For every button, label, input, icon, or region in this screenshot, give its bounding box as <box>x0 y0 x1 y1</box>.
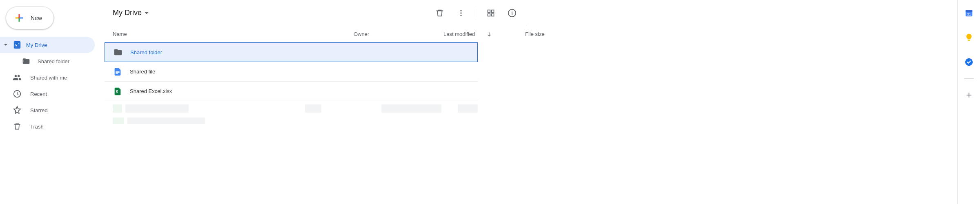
chevron-down-icon <box>144 11 149 16</box>
sidebar-item-label: Shared folder <box>38 58 69 64</box>
svg-rect-12 <box>116 71 119 71</box>
tasks-app-button[interactable] <box>961 54 977 70</box>
loading-placeholder-row <box>105 116 478 126</box>
sort-arrow-down-icon <box>486 31 492 37</box>
shared-folder-icon <box>21 56 31 66</box>
svg-rect-13 <box>116 72 119 72</box>
new-button[interactable]: New <box>6 7 54 29</box>
svg-rect-14 <box>116 73 118 73</box>
svg-point-4 <box>460 15 461 16</box>
svg-point-11 <box>512 11 512 11</box>
people-icon <box>12 73 22 82</box>
separator <box>964 78 974 79</box>
sidebar-item-shared-folder[interactable]: Shared folder <box>0 53 95 69</box>
more-vert-icon <box>457 9 465 17</box>
remove-button[interactable] <box>432 5 448 21</box>
breadcrumb[interactable]: My Drive <box>111 7 151 19</box>
sidebar-item-my-drive[interactable]: My Drive <box>0 37 95 53</box>
sidebar-item-trash[interactable]: Trash <box>0 118 95 135</box>
svg-point-3 <box>460 12 461 13</box>
sidebar-item-shared-with-me[interactable]: Shared with me <box>0 69 95 86</box>
drive-icon <box>12 40 22 50</box>
table-row[interactable]: Shared Excel.xlsx <box>105 82 478 101</box>
keep-app-button[interactable] <box>961 29 977 46</box>
main-content: My Drive <box>105 0 531 204</box>
svg-rect-5 <box>488 10 490 12</box>
file-name: Shared folder <box>130 49 162 55</box>
sidebar-item-label: Trash <box>30 124 44 130</box>
nav-list: My Drive Shared folder Shared with me Re… <box>0 37 105 135</box>
file-list: Shared folder Shared file Shared Excel.x… <box>105 42 478 101</box>
sidebar-item-label: Recent <box>30 91 47 97</box>
separator <box>476 8 476 18</box>
svg-point-2 <box>460 10 461 11</box>
side-panel: 31 <box>957 0 980 204</box>
grid-view-button[interactable] <box>483 5 499 21</box>
svg-rect-6 <box>492 10 494 12</box>
trash-icon <box>435 9 444 18</box>
view-details-button[interactable] <box>504 5 520 21</box>
sidebar-item-label: My Drive <box>26 42 47 48</box>
column-header-owner[interactable]: Owner <box>354 31 443 37</box>
table-row[interactable]: Shared file <box>105 62 478 82</box>
clock-icon <box>12 89 22 99</box>
svg-text:31: 31 <box>967 12 971 16</box>
table-header: Name Owner Last modified File size <box>105 26 478 42</box>
header-actions <box>432 5 520 21</box>
info-icon <box>508 9 517 18</box>
calendar-icon: 31 <box>964 9 973 18</box>
trash-icon <box>12 122 22 131</box>
svg-rect-16 <box>965 10 972 12</box>
more-actions-button[interactable] <box>453 5 469 21</box>
shared-xlsx-icon <box>113 86 122 96</box>
spacer <box>531 0 957 204</box>
add-icon <box>965 91 973 99</box>
sidebar: New My Drive Shared folder Shared with m… <box>0 0 105 204</box>
column-header-name[interactable]: Name <box>113 31 354 37</box>
shared-doc-icon <box>113 67 122 77</box>
sidebar-item-recent[interactable]: Recent <box>0 86 95 102</box>
sidebar-item-starred[interactable]: Starred <box>0 102 95 118</box>
get-addons-button[interactable] <box>961 87 977 103</box>
collapse-arrow-icon[interactable] <box>3 42 8 47</box>
tasks-icon <box>964 58 973 67</box>
content-header: My Drive <box>105 0 527 26</box>
sidebar-item-label: Shared with me <box>30 75 67 81</box>
file-name: Shared file <box>130 69 155 75</box>
table-row[interactable]: Shared folder <box>105 42 478 62</box>
svg-rect-8 <box>492 13 494 16</box>
svg-rect-7 <box>488 13 490 16</box>
new-button-label: New <box>31 15 42 21</box>
breadcrumb-label: My Drive <box>113 9 142 17</box>
file-name: Shared Excel.xlsx <box>130 88 172 94</box>
column-header-modified[interactable]: Last modified <box>443 31 525 37</box>
shared-folder-icon <box>113 47 123 57</box>
sidebar-item-label: Starred <box>30 107 48 113</box>
loading-placeholder-row <box>105 101 478 116</box>
keep-icon <box>964 33 973 42</box>
star-icon <box>12 105 22 115</box>
plus-icon <box>13 12 25 24</box>
calendar-app-button[interactable]: 31 <box>961 5 977 21</box>
grid-view-icon <box>487 9 495 17</box>
